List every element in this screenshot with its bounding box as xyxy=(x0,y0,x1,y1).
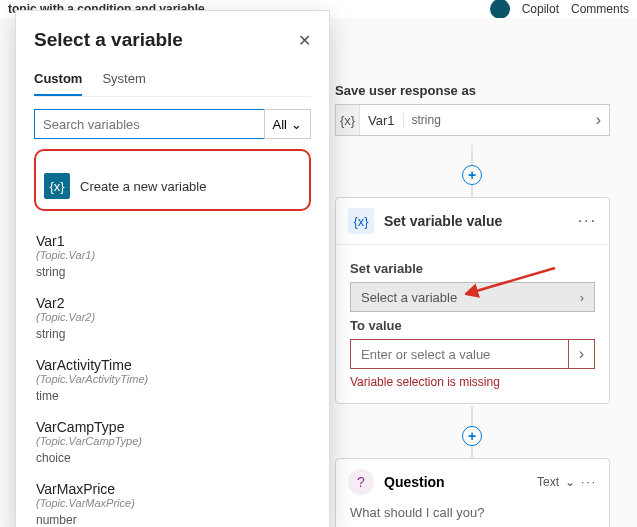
connector-line xyxy=(472,185,473,197)
comments-link[interactable]: Comments xyxy=(571,2,629,16)
variable-ref: (Topic.VarCampType) xyxy=(36,435,309,447)
set-variable-icon: {x} xyxy=(348,208,374,234)
select-variable-placeholder: Select a variable xyxy=(361,290,457,305)
variable-list-item[interactable]: Var1(Topic.Var1)string xyxy=(34,225,311,287)
save-response-block: Save user response as {x} Var1 string › xyxy=(335,83,610,136)
create-variable-button[interactable]: {x} Create a new variable xyxy=(38,167,212,205)
question-icon: ? xyxy=(348,469,374,495)
variable-list-item[interactable]: Var2(Topic.Var2)string xyxy=(34,287,311,349)
to-value-label: To value xyxy=(350,318,595,333)
question-type-label: Text xyxy=(537,475,559,489)
chevron-right-icon[interactable]: › xyxy=(568,340,594,368)
filter-dropdown[interactable]: All ⌄ xyxy=(264,109,311,139)
create-variable-label: Create a new variable xyxy=(80,179,206,194)
node-title: Question xyxy=(384,474,445,490)
variable-name: Var1 xyxy=(360,113,404,128)
chevron-down-icon: ⌄ xyxy=(291,117,302,132)
tab-custom[interactable]: Custom xyxy=(34,65,82,96)
validation-error: Variable selection is missing xyxy=(350,375,595,389)
variable-type: number xyxy=(36,513,309,527)
chevron-down-icon[interactable]: ⌄ xyxy=(565,475,575,489)
variable-ref: (Topic.VarMaxPrice) xyxy=(36,497,309,509)
variable-type: time xyxy=(36,389,309,403)
node-title: Set variable value xyxy=(384,213,502,229)
select-variable-dropdown[interactable]: Select a variable › xyxy=(350,282,595,312)
variable-name: VarCampType xyxy=(36,419,309,435)
variable-list-item[interactable]: VarCampType(Topic.VarCampType)choice xyxy=(34,411,311,473)
question-prompt: What should I call you? xyxy=(336,505,609,527)
set-variable-node: {x} Set variable value ··· Set variable … xyxy=(335,197,610,404)
variable-name: VarMaxPrice xyxy=(36,481,309,497)
variable-type: string xyxy=(404,113,449,127)
variable-type: choice xyxy=(36,451,309,465)
to-value-input[interactable] xyxy=(351,347,568,362)
close-icon[interactable]: ✕ xyxy=(298,31,311,50)
add-node-button[interactable]: + xyxy=(462,165,482,185)
node-menu-button[interactable]: ··· xyxy=(578,212,597,230)
variable-list: Var1(Topic.Var1)stringVar2(Topic.Var2)st… xyxy=(34,225,311,527)
variable-ref: (Topic.Var2) xyxy=(36,311,309,323)
panel-title: Select a variable xyxy=(34,29,183,51)
variable-icon: {x} xyxy=(336,105,360,135)
variable-tabs: Custom System xyxy=(34,65,311,97)
variable-icon: {x} xyxy=(44,173,70,199)
node-menu-button[interactable]: ··· xyxy=(581,475,597,489)
variable-list-item[interactable]: VarMaxPrice(Topic.VarMaxPrice)number xyxy=(34,473,311,527)
add-node-button[interactable]: + xyxy=(462,426,482,446)
variable-name: VarActivityTime xyxy=(36,357,309,373)
response-variable-chip[interactable]: {x} Var1 string › xyxy=(335,104,610,136)
filter-label: All xyxy=(273,117,287,132)
variable-type: string xyxy=(36,327,309,341)
connector-line xyxy=(472,446,473,458)
variable-ref: (Topic.Var1) xyxy=(36,249,309,261)
connector-line xyxy=(472,145,473,165)
to-value-input-wrapper: › xyxy=(350,339,595,369)
chevron-right-icon: › xyxy=(580,290,584,305)
copilot-link[interactable]: Copilot xyxy=(522,2,559,16)
question-node: ? Question Text ⌄ ··· What should I call… xyxy=(335,458,610,527)
annotation-highlight: {x} Create a new variable xyxy=(34,149,311,211)
connector-line xyxy=(472,406,473,426)
variable-name: Var1 xyxy=(36,233,309,249)
variable-picker-panel: Select a variable ✕ Custom System All ⌄ … xyxy=(15,10,330,527)
variable-ref: (Topic.VarActivityTime) xyxy=(36,373,309,385)
avatar[interactable] xyxy=(490,0,510,19)
variable-type: string xyxy=(36,265,309,279)
variable-name: Var2 xyxy=(36,295,309,311)
set-variable-label: Set variable xyxy=(350,261,595,276)
save-response-label: Save user response as xyxy=(335,83,610,98)
chevron-right-icon: › xyxy=(588,111,609,129)
search-input[interactable] xyxy=(34,109,264,139)
tab-system[interactable]: System xyxy=(102,65,145,96)
variable-list-item[interactable]: VarActivityTime(Topic.VarActivityTime)ti… xyxy=(34,349,311,411)
